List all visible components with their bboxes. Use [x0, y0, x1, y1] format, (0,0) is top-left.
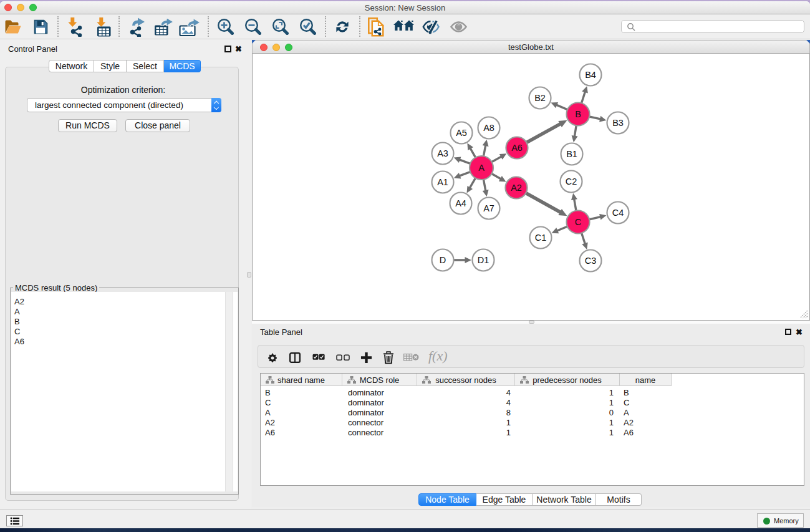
svg-text:B4: B4 [585, 70, 596, 80]
svg-text:C4: C4 [612, 208, 624, 218]
svg-text:A2: A2 [511, 183, 522, 193]
svg-text:A4: A4 [455, 198, 466, 208]
svg-text:A: A [478, 163, 485, 173]
svg-text:B: B [575, 109, 581, 119]
svg-text:A5: A5 [456, 128, 467, 138]
svg-text:C2: C2 [566, 177, 577, 186]
svg-text:D: D [440, 255, 446, 265]
svg-text:A7: A7 [483, 203, 494, 213]
svg-text:C1: C1 [535, 233, 547, 243]
svg-text:A3: A3 [437, 148, 448, 158]
svg-text:B3: B3 [612, 118, 624, 128]
svg-text:A1: A1 [437, 177, 448, 187]
svg-text:D1: D1 [478, 255, 489, 265]
svg-text:C: C [575, 217, 581, 227]
svg-text:C3: C3 [585, 256, 597, 266]
svg-text:A6: A6 [511, 143, 523, 153]
svg-text:B1: B1 [566, 149, 577, 159]
svg-text:B2: B2 [534, 93, 546, 103]
svg-text:A8: A8 [483, 123, 494, 133]
